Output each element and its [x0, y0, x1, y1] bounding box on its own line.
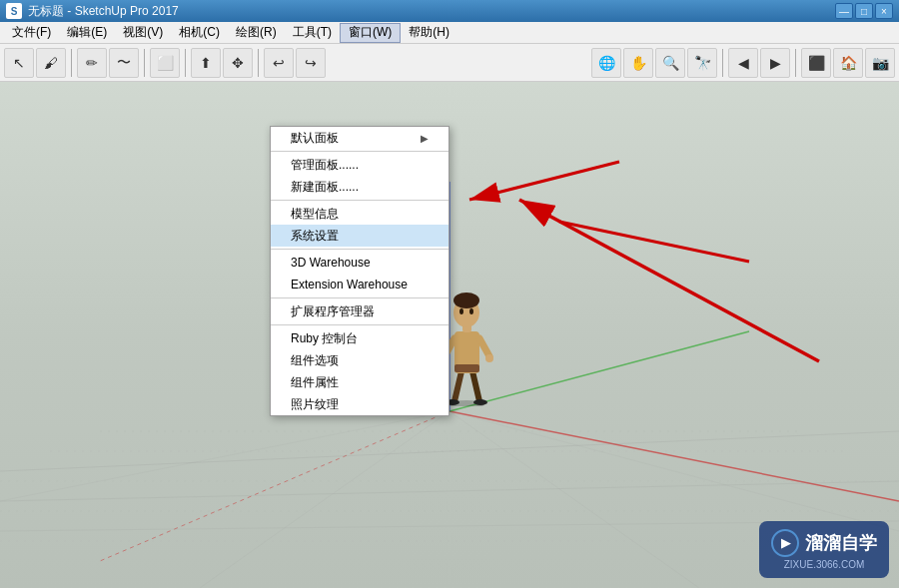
main-viewport: 默认面板 ▶ 管理面板...... 新建面板...... 模型信息 系统设置 3…	[0, 82, 899, 588]
svg-point-20	[473, 399, 487, 405]
svg-line-18	[472, 371, 479, 401]
ruby-console-item[interactable]: Ruby 控制台	[271, 327, 449, 349]
app-icon: S	[6, 3, 22, 19]
arc-tool[interactable]: 〜	[109, 48, 139, 78]
submenu-arrow-icon: ▶	[421, 133, 429, 144]
push-pull-tool[interactable]: ⬆	[191, 48, 221, 78]
undo-tool[interactable]: ↩	[264, 48, 294, 78]
photo-texture-item[interactable]: 照片纹理	[271, 393, 449, 415]
toolbar-sep-5	[722, 49, 723, 77]
zoom-extent-tool[interactable]: 🔭	[687, 48, 717, 78]
orbit-tool[interactable]: 🌐	[591, 48, 621, 78]
menu-tools[interactable]: 工具(T)	[285, 23, 340, 43]
menu-view[interactable]: 视图(V)	[115, 23, 171, 43]
svg-line-7	[0, 411, 450, 501]
svg-line-9	[450, 411, 699, 588]
component-options-item[interactable]: 组件选项	[271, 349, 449, 371]
svg-line-8	[200, 411, 450, 588]
svg-line-0	[450, 411, 899, 501]
menu-draw[interactable]: 绘图(R)	[228, 23, 285, 43]
toolbar-sep-3	[185, 49, 186, 77]
toolbar: ↖ 🖌 ✏ 〜 ⬜ ⬆ ✥ ↩ ↪ 🌐 ✋ 🔍 🔭 ◀ ▶ ⬛ 🏠 📷	[0, 44, 899, 82]
3d-warehouse-item[interactable]: 3D Warehouse	[271, 252, 449, 274]
extension-manager-item[interactable]: 扩展程序管理器	[271, 300, 449, 322]
svg-line-2	[450, 331, 749, 411]
watermark-brand: ▶ 溜溜自学	[771, 529, 877, 557]
viewport-background	[0, 82, 899, 588]
maximize-button[interactable]: □	[855, 3, 873, 19]
svg-line-10	[450, 411, 899, 531]
move-tool[interactable]: ✥	[223, 48, 253, 78]
pan-tool[interactable]: ✋	[623, 48, 653, 78]
dropdown-separator-1	[271, 151, 449, 152]
model-info-item[interactable]: 模型信息	[271, 203, 449, 225]
toolbar-sep-2	[144, 49, 145, 77]
new-panel-item[interactable]: 新建面板......	[271, 176, 449, 198]
window-dropdown-menu: 默认面板 ▶ 管理面板...... 新建面板...... 模型信息 系统设置 3…	[270, 126, 450, 416]
select-tool[interactable]: ↖	[4, 48, 34, 78]
paint-tool[interactable]: 🖌	[36, 48, 66, 78]
extension-warehouse-item[interactable]: Extension Warehouse	[271, 274, 449, 295]
menu-window[interactable]: 窗口(W)	[340, 23, 401, 43]
dropdown-separator-5	[271, 324, 449, 325]
menu-camera[interactable]: 相机(C)	[171, 23, 228, 43]
menu-bar: 文件(F) 编辑(E) 视图(V) 相机(C) 绘图(R) 工具(T) 窗口(W…	[0, 22, 899, 44]
svg-rect-22	[454, 364, 479, 372]
camera2-tool[interactable]: 📷	[865, 48, 895, 78]
watermark-name: 溜溜自学	[805, 531, 877, 555]
toolbar-sep-6	[795, 49, 796, 77]
title-bar: S 无标题 - SketchUp Pro 2017 — □ ×	[0, 0, 899, 22]
svg-point-26	[485, 354, 493, 362]
svg-line-5	[0, 481, 899, 501]
default-panel-item[interactable]: 默认面板 ▶	[271, 127, 449, 149]
svg-line-17	[454, 371, 461, 401]
redo-tool[interactable]: ↪	[296, 48, 326, 78]
component-attributes-item[interactable]: 组件属性	[271, 371, 449, 393]
manage-panel-item[interactable]: 管理面板......	[271, 154, 449, 176]
menu-file[interactable]: 文件(F)	[4, 23, 59, 43]
menu-help[interactable]: 帮助(H)	[401, 23, 457, 43]
dropdown-separator-4	[271, 297, 449, 298]
dropdown-separator-3	[271, 249, 449, 250]
svg-point-30	[459, 308, 463, 314]
watermark-url: ZIXUE.3066.COM	[784, 559, 865, 570]
svg-point-29	[453, 293, 479, 308]
prev-view-tool[interactable]: ◀	[728, 48, 758, 78]
title-bar-text: 无标题 - SketchUp Pro 2017	[28, 3, 835, 20]
play-icon: ▶	[771, 529, 799, 557]
watermark-logo: ▶ 溜溜自学 ZIXUE.3066.COM	[759, 521, 889, 578]
svg-line-1	[100, 411, 450, 561]
close-button[interactable]: ×	[875, 3, 893, 19]
section-plane-tool[interactable]: ⬛	[801, 48, 831, 78]
toolbar-sep-4	[258, 49, 259, 77]
zoom-tool[interactable]: 🔍	[655, 48, 685, 78]
minimize-button[interactable]: —	[835, 3, 853, 19]
toolbar-sep-1	[71, 49, 72, 77]
line-tool[interactable]: ✏	[77, 48, 107, 78]
home-tool[interactable]: 🏠	[833, 48, 863, 78]
shape-tool[interactable]: ⬜	[150, 48, 180, 78]
svg-point-31	[469, 308, 473, 314]
title-bar-buttons[interactable]: — □ ×	[835, 3, 893, 19]
dropdown-separator-2	[271, 200, 449, 201]
svg-line-24	[479, 338, 489, 356]
next-view-tool[interactable]: ▶	[760, 48, 790, 78]
menu-edit[interactable]: 编辑(E)	[59, 23, 115, 43]
system-settings-item[interactable]: 系统设置	[271, 225, 449, 247]
